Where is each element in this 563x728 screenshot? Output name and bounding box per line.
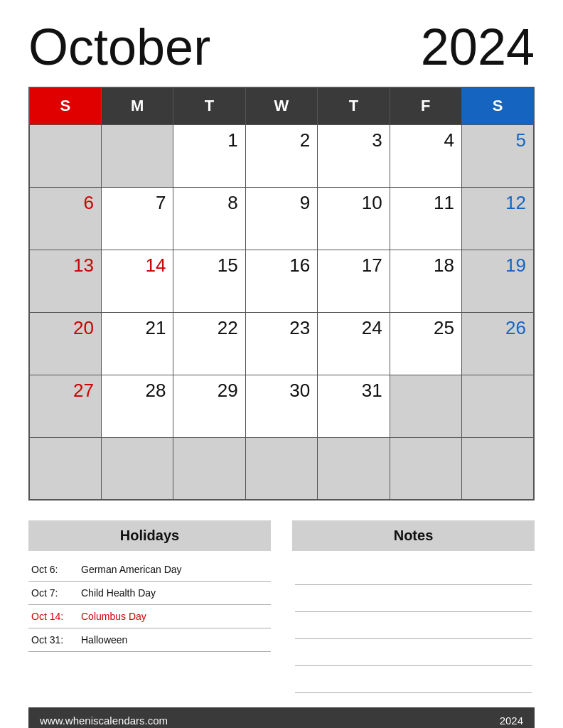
- calendar-cell: 16: [245, 250, 317, 312]
- calendar-week-2: 13141516171819: [29, 250, 534, 312]
- bottom-section: Holidays Oct 6:German American DayOct 7:…: [28, 520, 535, 693]
- calendar-cell: 7: [101, 187, 173, 250]
- calendar-week-0: 12345: [29, 124, 534, 187]
- calendar-cell: 14: [101, 250, 173, 312]
- calendar-cell: [101, 437, 173, 500]
- calendar-cell: [29, 437, 101, 500]
- calendar-cell: [462, 375, 534, 437]
- calendar-week-3: 20212223242526: [29, 312, 534, 375]
- notes-lines: [292, 558, 535, 693]
- year-title: 2024: [421, 21, 535, 73]
- calendar-cell: 20: [29, 312, 101, 375]
- calendar-cell: 12: [462, 187, 534, 250]
- note-line: [295, 612, 532, 639]
- header: October 2024: [28, 21, 535, 73]
- calendar-week-5: [29, 437, 534, 500]
- calendar-cell: 25: [390, 312, 461, 375]
- holiday-item: Oct 6:German American Day: [28, 558, 271, 582]
- calendar-cell: 2: [245, 124, 317, 187]
- calendar-cell: 19: [462, 250, 534, 312]
- calendar-cell: 1: [173, 124, 245, 187]
- header-wednesday: W: [245, 87, 317, 124]
- page: October 2024 S M T W T F S 1234567891011…: [0, 0, 563, 728]
- holiday-date: Oct 7:: [31, 587, 81, 599]
- footer-year: 2024: [500, 714, 523, 727]
- calendar-cell: 13: [29, 250, 101, 312]
- calendar-cell: [462, 437, 534, 500]
- header-monday: M: [101, 87, 173, 124]
- note-line: [295, 585, 532, 612]
- calendar-cell: [29, 124, 101, 187]
- month-title: October: [28, 21, 210, 73]
- calendar-week-4: 2728293031: [29, 375, 534, 437]
- calendar-cell: [245, 437, 317, 500]
- calendar-cell: 5: [462, 124, 534, 187]
- header-saturday: S: [462, 87, 534, 124]
- calendar-header-row: S M T W T F S: [29, 87, 534, 124]
- holiday-name: Columbus Day: [81, 611, 146, 622]
- calendar-cell: [390, 437, 461, 500]
- calendar-cell: 15: [173, 250, 245, 312]
- calendar-cell: 8: [173, 187, 245, 250]
- footer-url: www.wheniscalendars.com: [40, 714, 168, 727]
- notes-section: Notes: [292, 520, 535, 693]
- holiday-date: Oct 31:: [31, 634, 81, 646]
- header-thursday: T: [318, 87, 390, 124]
- calendar-cell: 31: [318, 375, 390, 437]
- header-sunday: S: [29, 87, 101, 124]
- calendar-cell: 29: [173, 375, 245, 437]
- header-friday: F: [390, 87, 461, 124]
- calendar-cell: 26: [462, 312, 534, 375]
- calendar-cell: 21: [101, 312, 173, 375]
- holiday-name: German American Day: [81, 564, 182, 575]
- calendar-cell: 18: [390, 250, 461, 312]
- calendar-cell: 28: [101, 375, 173, 437]
- calendar-cell: 6: [29, 187, 101, 250]
- calendar-cell: 30: [245, 375, 317, 437]
- calendar-cell: [390, 375, 461, 437]
- calendar-cell: 4: [390, 124, 461, 187]
- calendar-cell: 27: [29, 375, 101, 437]
- holiday-date: Oct 6:: [31, 564, 81, 575]
- calendar-cell: [173, 437, 245, 500]
- footer: www.wheniscalendars.com 2024: [28, 707, 535, 728]
- holiday-item: Oct 14:Columbus Day: [28, 605, 271, 628]
- header-tuesday: T: [173, 87, 245, 124]
- holiday-date: Oct 14:: [31, 611, 81, 622]
- notes-header: Notes: [292, 520, 535, 551]
- calendar-cell: 24: [318, 312, 390, 375]
- calendar-cell: 9: [245, 187, 317, 250]
- note-line: [295, 666, 532, 693]
- calendar-cell: 17: [318, 250, 390, 312]
- holidays-section: Holidays Oct 6:German American DayOct 7:…: [28, 520, 271, 693]
- holiday-item: Oct 7:Child Health Day: [28, 582, 271, 605]
- holiday-item: Oct 31:Halloween: [28, 628, 271, 652]
- calendar-cell: 3: [318, 124, 390, 187]
- calendar-week-1: 6789101112: [29, 187, 534, 250]
- holiday-name: Child Health Day: [81, 587, 156, 599]
- note-line: [295, 558, 532, 585]
- calendar-cell: [318, 437, 390, 500]
- holidays-list: Oct 6:German American DayOct 7:Child Hea…: [28, 558, 271, 652]
- calendar-cell: 23: [245, 312, 317, 375]
- calendar-cell: [101, 124, 173, 187]
- calendar-cell: 22: [173, 312, 245, 375]
- calendar-body: 1234567891011121314151617181920212223242…: [29, 124, 534, 500]
- calendar-table: S M T W T F S 12345678910111213141516171…: [28, 87, 535, 500]
- calendar-cell: 11: [390, 187, 461, 250]
- holiday-name: Halloween: [81, 634, 127, 646]
- holidays-header: Holidays: [28, 520, 271, 551]
- note-line: [295, 639, 532, 666]
- calendar-cell: 10: [318, 187, 390, 250]
